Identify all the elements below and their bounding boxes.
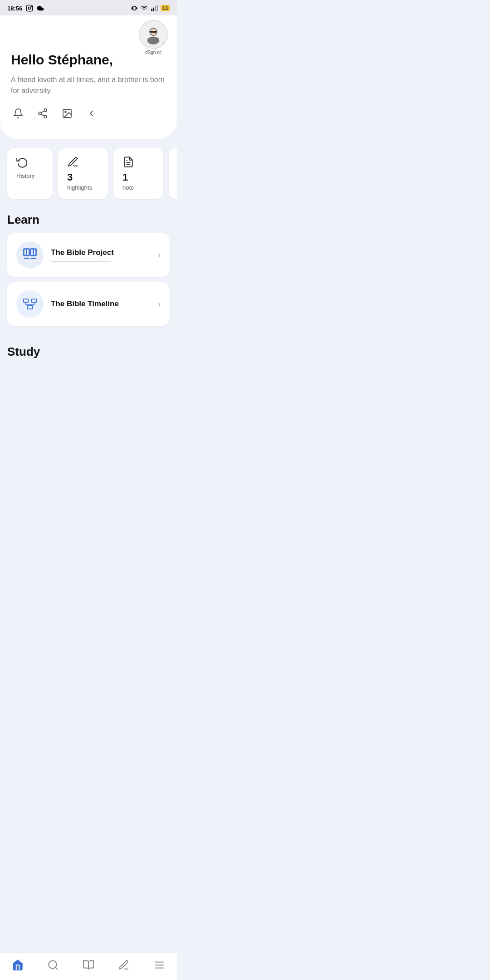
svg-line-17 [41,114,44,116]
user-avatar-image [143,24,163,44]
hero-section: ★ dSgn.cc Hello Stéphane, A friend lovet… [0,15,177,139]
note-stat-card[interactable]: 1 note [113,148,163,199]
instagram-icon [26,5,33,12]
notification-button[interactable] [11,106,25,121]
svg-rect-7 [157,5,158,11]
highlights-label: highlights [67,184,92,191]
study-section: Study [0,336,177,370]
image-icon [62,108,73,119]
svg-rect-4 [151,9,152,11]
bell-icon [13,108,24,119]
svg-rect-0 [27,5,33,11]
avatar-container[interactable]: ★ dSgn.cc [139,20,168,55]
action-icons-row [11,106,166,121]
history-label: History [16,172,34,179]
bible-timeline-card[interactable]: The Bible Timeline › [7,282,170,326]
svg-point-12 [150,31,152,33]
note-icon [122,156,134,168]
bible-project-icon-bg [16,241,44,269]
svg-rect-5 [153,8,154,11]
share-icon [37,108,48,119]
bible-timeline-chevron: › [158,299,161,309]
wifi-icon [141,5,148,12]
bible-timeline-title: The Bible Timeline [51,299,151,309]
learn-section: Learn The Bible Project › [0,204,177,336]
svg-rect-6 [155,6,156,11]
svg-point-20 [65,111,66,113]
image-button[interactable] [60,106,74,121]
study-title: Study [7,345,170,359]
svg-rect-3 [132,6,136,10]
note-number: 1 [122,172,128,183]
highlights-number: 3 [67,172,73,183]
bible-project-progress [51,261,111,262]
vibrate-icon [131,5,138,12]
svg-line-18 [41,111,44,113]
highlights-icon [67,156,79,168]
battery-level: 13 [161,5,170,11]
svg-point-1 [29,7,31,9]
daily-quote: A friend loveth at all times, and a brot… [11,74,166,96]
svg-rect-33 [28,306,33,309]
share-button[interactable] [35,106,50,121]
bible-timeline-icon [22,296,38,312]
premium-star: ★ [162,39,168,49]
svg-point-14 [44,109,47,112]
highlights-stat-card[interactable]: 3 highlights [58,148,108,199]
svg-point-13 [155,31,157,33]
bible-project-card[interactable]: The Bible Project › [7,233,170,277]
history-icon [16,156,28,168]
svg-rect-31 [24,299,29,302]
bible-project-icon [22,247,38,263]
bible-timeline-icon-bg [16,290,44,318]
username-label: dSgn.cc [145,50,162,55]
status-bar: 18:56 13 [0,0,177,15]
bible-project-text: The Bible Project [51,248,151,262]
avatar[interactable]: ★ [139,20,168,49]
signal-icon [151,5,158,12]
cloud-icon [37,5,44,12]
svg-point-9 [147,36,159,44]
learn-title: Learn [7,213,170,227]
studies-stat-card[interactable]: 6 studies [169,148,177,199]
time: 18:56 [7,5,22,12]
bible-project-chevron: › [158,250,161,260]
history-stat-card[interactable]: History [7,148,53,199]
svg-point-2 [31,6,31,7]
chevron-left-icon [86,108,97,119]
svg-rect-32 [32,299,37,302]
stats-row: History 3 highlights 1 note 6 studies [0,139,177,204]
bible-project-title: The Bible Project [51,248,151,257]
collapse-button[interactable] [84,106,99,121]
note-label: note [122,184,134,191]
bible-timeline-text: The Bible Timeline [51,299,151,309]
svg-point-16 [44,115,47,118]
svg-point-15 [39,112,41,115]
